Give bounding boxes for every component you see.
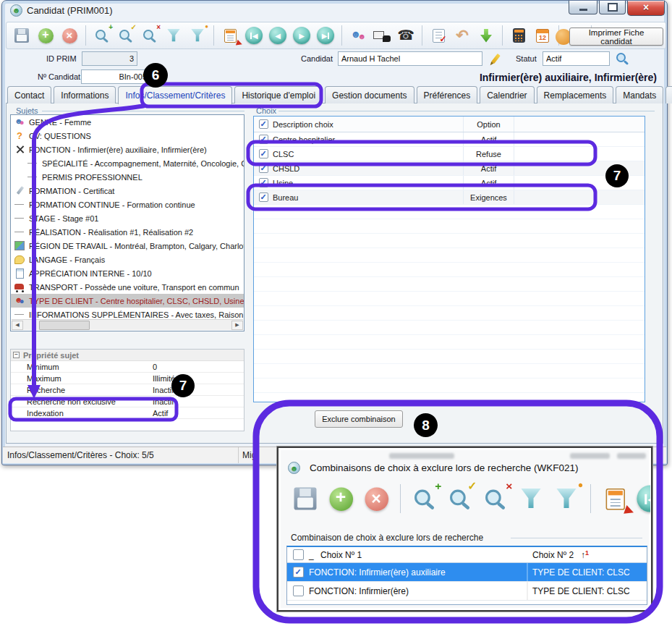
header-checkbox[interactable]: [293, 549, 304, 560]
filter-icon[interactable]: [516, 484, 545, 513]
collapse-icon[interactable]: [13, 352, 20, 358]
sujet-item[interactable]: APPRÉCIATION INTERNE - 10/10: [11, 266, 244, 280]
exclusion-row[interactable]: FONCTION: Infirmier(ère) auxiliaireTYPE …: [287, 563, 647, 582]
save-icon[interactable]: [11, 25, 33, 46]
undo-icon[interactable]: [451, 25, 473, 46]
maximize-button[interactable]: [599, 1, 626, 14]
checkbox-icon[interactable]: [259, 178, 268, 187]
nav-last-icon[interactable]: [315, 25, 336, 46]
minimize-button[interactable]: [569, 1, 597, 14]
property-row[interactable]: Minimum0: [11, 361, 244, 373]
sujet-item[interactable]: SPÉCIALITÉ - Accompagnement, Maternité, …: [11, 156, 244, 170]
tree-hscrollbar[interactable]: ◀ ▶: [12, 319, 243, 330]
nav-next-icon[interactable]: [291, 25, 312, 46]
tab-mandats[interactable]: Mandats: [616, 86, 663, 103]
exclusion-row[interactable]: FONCTION: Infirmier(ère)TYPE DE CLIENT: …: [287, 582, 647, 601]
sujet-item[interactable]: TRANSPORT - Possède une voiture, Transpo…: [11, 280, 244, 294]
tab-pr-f-rences[interactable]: Préférences: [417, 86, 478, 103]
search-remove-icon[interactable]: ×: [481, 484, 510, 513]
sujet-item[interactable]: FORMATION CONTINUE - Formation continue: [11, 198, 244, 211]
calendar-icon[interactable]: [532, 25, 553, 46]
sujet-label: FORMATION - Certificat: [29, 187, 114, 195]
sujet-item[interactable]: PERMIS PROFESSIONNEL: [11, 170, 244, 184]
statut-search-button[interactable]: [613, 49, 631, 68]
edit-pencil-button[interactable]: [486, 50, 505, 67]
sujet-item[interactable]: LANGAGE - Français: [11, 253, 244, 266]
scroll-thumb[interactable]: [39, 321, 90, 330]
statut-input[interactable]: [543, 51, 610, 66]
checkbox-icon[interactable]: [293, 567, 304, 578]
print-candidate-button[interactable]: Imprimer Fiche candidat: [569, 28, 663, 46]
sujet-item[interactable]: FORMATION - Certificat: [11, 184, 244, 198]
checkbox-icon[interactable]: [293, 585, 304, 596]
property-row[interactable]: Recherche non exclusiveInactif: [11, 396, 244, 407]
id-prim-input[interactable]: [82, 51, 137, 66]
tab-gestion-documents[interactable]: Gestion documents: [325, 86, 414, 103]
download-icon[interactable]: [475, 25, 497, 46]
nav-prev-icon[interactable]: [267, 25, 289, 46]
choix-row[interactable]: Centre hospitalierActif: [254, 132, 645, 147]
search-edit-icon[interactable]: ✓: [115, 25, 137, 46]
sujet-item[interactable]: RÉGION DE TRAVAIL - Montréal, Brampton, …: [11, 239, 244, 253]
property-row[interactable]: IndexationActif: [11, 407, 244, 419]
sujet-item[interactable]: TYPE DE CLIENT - Centre hospitalier, CLS…: [11, 294, 244, 308]
tab-historique-d-emploi[interactable]: Historique d'emploi: [234, 86, 323, 103]
nav-first-icon[interactable]: [636, 484, 650, 513]
tab-contact[interactable]: Contact: [7, 86, 51, 103]
record-list-icon[interactable]: [219, 25, 241, 46]
tab-informations[interactable]: Informations: [54, 86, 116, 103]
tab-calendrier[interactable]: Calendrier: [480, 86, 534, 103]
header-checkbox[interactable]: [259, 119, 268, 129]
scroll-left-icon[interactable]: ◀: [12, 321, 23, 330]
sujet-item[interactable]: RÉALISATION - Réalisation #1, Réalisatio…: [11, 225, 244, 239]
add-icon[interactable]: [326, 484, 355, 513]
phone-icon[interactable]: [395, 25, 417, 46]
property-row[interactable]: MaximumIllimité: [11, 373, 244, 384]
choix-row[interactable]: CLSCRefuse: [254, 147, 645, 161]
choix-row[interactable]: BureauExigences: [254, 190, 645, 205]
delete-icon[interactable]: [362, 484, 391, 513]
scroll-right-icon[interactable]: ▶: [231, 321, 243, 330]
exclusion-table: _ Choix Nº 1 Choix Nº 2↑1 FONCTION: Infi…: [286, 546, 647, 605]
choix-row[interactable]: CHSLDActif: [254, 161, 645, 176]
sujet-item[interactable]: CV: QUESTIONS: [11, 129, 244, 143]
candidat-input[interactable]: [338, 51, 482, 66]
search-edit-icon[interactable]: ✓: [446, 484, 475, 513]
property-name: Minimum: [11, 363, 153, 371]
sujet-item[interactable]: STAGE - Stage #01: [11, 211, 244, 225]
filter-settings-icon[interactable]: ●: [187, 25, 208, 46]
record-list-icon[interactable]: [600, 484, 629, 513]
sujet-item[interactable]: GENRE - Femme: [11, 115, 244, 129]
choix-row[interactable]: UsineActif: [254, 176, 645, 190]
tab-remplacements[interactable]: Remplacements: [537, 86, 614, 103]
property-grid-header[interactable]: Propriété sujet: [11, 350, 244, 361]
choix2-header[interactable]: Choix Nº 2↑1: [528, 550, 647, 560]
no-candidat-input[interactable]: [81, 69, 150, 84]
search-add-icon[interactable]: +: [410, 484, 439, 513]
search-add-icon[interactable]: +: [91, 25, 113, 46]
exclude-combination-button[interactable]: Exclure combinaison: [315, 410, 403, 428]
search-remove-icon[interactable]: ×: [139, 25, 161, 46]
filter-icon[interactable]: [163, 25, 184, 46]
close-button[interactable]: [627, 1, 665, 16]
checkbox-icon[interactable]: [259, 149, 268, 158]
message-icon[interactable]: [371, 25, 393, 46]
nav-first-icon[interactable]: [243, 25, 265, 46]
add-icon[interactable]: [35, 25, 56, 46]
checkbox-icon[interactable]: [259, 193, 268, 202]
sujets-tree: GENRE - FemmeCV: QUESTIONSFONCTION - Inf…: [10, 114, 244, 331]
contacts-icon[interactable]: [347, 25, 369, 46]
calculator-icon[interactable]: [508, 25, 529, 46]
save-icon[interactable]: [291, 484, 320, 513]
tab-postes[interactable]: Postes: [665, 86, 672, 103]
filter-settings-icon[interactable]: ●: [552, 484, 581, 513]
checkbox-icon[interactable]: [259, 164, 268, 173]
sujet-label: APPRÉCIATION INTERNE - 10/10: [29, 269, 152, 278]
sujet-item[interactable]: FONCTION - Infirmier(ère) auxiliaire, In…: [11, 143, 244, 156]
checkbox-icon[interactable]: [259, 135, 268, 144]
delete-icon[interactable]: [59, 25, 80, 46]
step-badge-6: 6: [143, 63, 168, 88]
tasks-icon[interactable]: [428, 25, 449, 46]
tab-infos-classement-crit-res[interactable]: Infos/Classement/Critères: [118, 86, 232, 104]
property-row[interactable]: RechercheInactif: [11, 384, 244, 396]
